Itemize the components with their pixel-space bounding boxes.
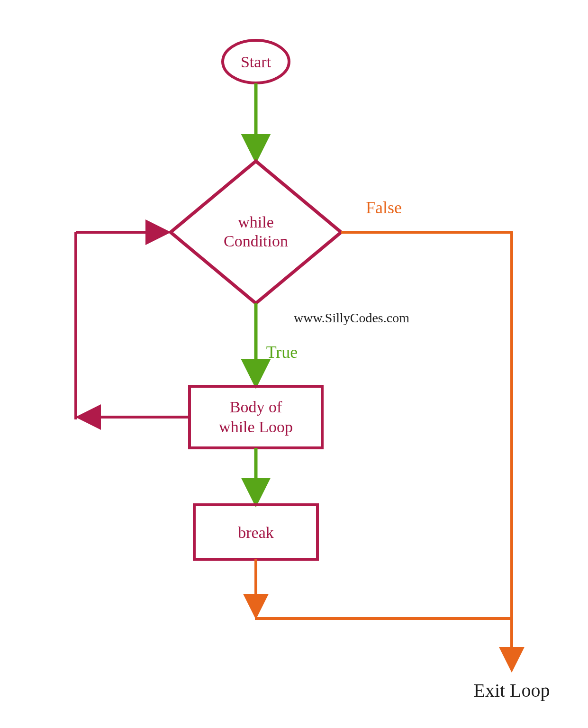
false-label: False — [366, 198, 402, 217]
edge-loop-back — [76, 232, 190, 419]
body-line1: Body of — [230, 398, 282, 416]
start-node: Start — [223, 40, 289, 83]
body-line2: while Loop — [219, 418, 293, 436]
exit-loop-label: Exit Loop — [473, 680, 550, 701]
condition-line1: while — [238, 213, 274, 231]
start-label: Start — [241, 53, 271, 71]
edge-break-exit — [255, 559, 513, 619]
break-label: break — [238, 524, 274, 541]
svg-rect-2 — [190, 386, 322, 448]
break-node: break — [194, 505, 317, 559]
body-node: Body of while Loop — [190, 386, 322, 448]
condition-line2: Condition — [224, 232, 288, 250]
watermark-text: www.SillyCodes.com — [294, 310, 409, 325]
condition-node: while Condition — [171, 161, 341, 303]
true-label: True — [266, 343, 298, 362]
edge-condition-false — [341, 231, 512, 668]
